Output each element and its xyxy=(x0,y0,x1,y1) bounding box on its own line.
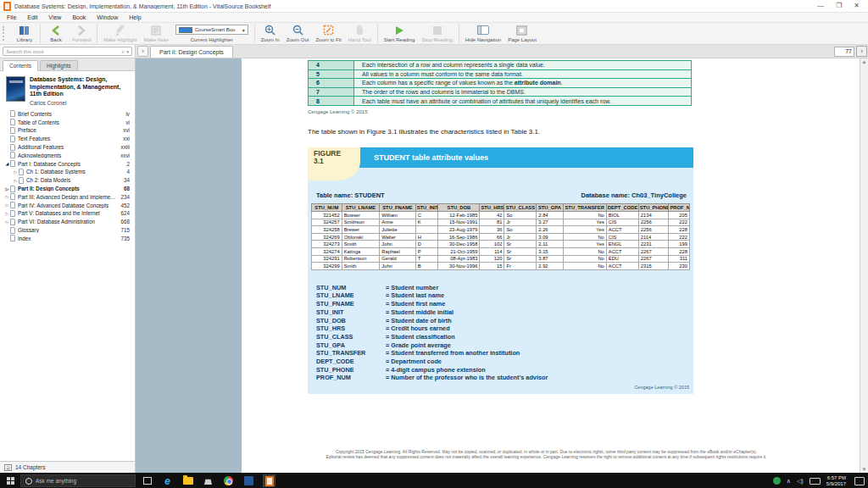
toc-item[interactable]: ▷Ch 2: Data Models34 xyxy=(3,176,132,185)
start-button[interactable] xyxy=(0,473,20,488)
make-highlight-button[interactable]: Make Highlight xyxy=(100,24,141,43)
tree-expander-icon[interactable]: ▷ xyxy=(4,219,10,225)
toc-item-page: 68 xyxy=(120,186,132,191)
student-cell: No xyxy=(563,263,606,270)
document-icon xyxy=(10,186,15,192)
tree-expander-icon[interactable]: ▷ xyxy=(13,178,19,183)
toc-item[interactable]: ▷Part III: Advanced Design and Implement… xyxy=(3,192,132,201)
menu-file[interactable]: File xyxy=(7,14,16,20)
tree-expander-icon[interactable]: ▷ xyxy=(4,202,10,208)
legend-definition: = Student date of birth xyxy=(386,317,452,325)
store-app-button[interactable] xyxy=(202,474,214,487)
speaker-icon[interactable]: ◁) xyxy=(797,478,804,485)
book-header[interactable]: Database Systems: Design, Implementation… xyxy=(3,75,132,110)
edge-app-button[interactable]: e xyxy=(161,474,174,487)
toc-item[interactable]: ▷Part II: Design Concepts68 xyxy=(3,185,132,193)
tab-part-ii-design-concepts[interactable]: Part II: Design Concepts xyxy=(150,46,233,58)
toc-item-label: Part II: Design Concepts xyxy=(18,186,120,191)
toc-item[interactable]: Acknowledgmentsxxvi xyxy=(3,151,132,159)
toc-item[interactable]: Brief Contentsiv xyxy=(3,110,132,119)
search-options-chevron-icon[interactable]: ▾ xyxy=(126,49,129,54)
page-layout-button[interactable]: Page Layout xyxy=(504,24,540,43)
legend-row: DEPT_CODE= Department code xyxy=(316,358,693,366)
student-cell: C xyxy=(415,211,438,219)
tray-green-app-icon[interactable] xyxy=(773,477,781,485)
highlighter-dropdown[interactable]: CourseSmart Boo ▾ xyxy=(175,25,248,35)
tree-expander-icon[interactable]: ▷ xyxy=(13,169,19,175)
taskbar-clock[interactable]: 6:57 PM 5/9/2017 xyxy=(826,475,846,487)
toc-item[interactable]: Additional Featuresxxiii xyxy=(3,143,132,152)
toc-item-label: Part V: Databases and the Internet xyxy=(18,210,117,216)
menu-window[interactable]: Window xyxy=(97,14,118,20)
zoom-out-button[interactable]: Zoom Out xyxy=(283,24,313,43)
start-reading-button[interactable]: Start Reading xyxy=(381,24,419,43)
tab-highlights[interactable]: Highlights xyxy=(40,60,78,70)
toc-item-label: Part IV: Advanced Database Concepts xyxy=(18,202,117,208)
panel-icon xyxy=(477,25,489,36)
toc-item-label: Ch 2: Data Models xyxy=(26,177,120,183)
student-row: 324274KatingaRaphaelP21-Oct-1959114Sr3.1… xyxy=(312,247,690,255)
toc-item-page: 735 xyxy=(117,236,132,241)
back-button[interactable]: Back xyxy=(43,24,69,43)
student-cell: No xyxy=(563,247,606,255)
toc-item[interactable]: Table of Contentsvi xyxy=(3,118,132,126)
menu-book[interactable]: Book xyxy=(72,14,86,20)
student-row: 324273SmithJohnD30-Dec-1958102Sr2.11YesE… xyxy=(312,241,690,248)
student-cell: 205 xyxy=(669,211,690,219)
minimize-button[interactable]: — xyxy=(817,2,824,10)
close-button[interactable]: ✕ xyxy=(854,2,860,10)
page-number-input[interactable] xyxy=(834,47,854,57)
grid-column-header: STU_INIT xyxy=(415,203,438,211)
legend-term: STU_LNAME xyxy=(316,291,386,300)
tray-expand-chevron-icon[interactable]: ∧ xyxy=(787,478,791,485)
maximize-button[interactable]: ❐ xyxy=(836,2,842,10)
taskbar-search[interactable]: Ask me anything xyxy=(20,474,136,487)
task-view-button[interactable] xyxy=(141,474,153,487)
notification-center-icon[interactable] xyxy=(854,477,865,485)
grid-column-header: STU_LNAME xyxy=(342,203,380,211)
toc-item[interactable]: ▷Part V: Databases and the Internet624 xyxy=(3,209,132,218)
legend-term: STU_INIT xyxy=(316,308,386,317)
next-page-button[interactable]: › xyxy=(856,46,867,57)
search-input[interactable]: Search this book ⌕ ▾ xyxy=(3,47,132,56)
zoom-in-icon xyxy=(264,25,275,36)
toc-item[interactable]: ▷Part IV: Advanced Database Concepts452 xyxy=(3,201,132,209)
keyboard-icon[interactable] xyxy=(810,478,821,485)
zoom-to-fit-button[interactable]: Zoom to Fit xyxy=(312,24,344,43)
toc-item[interactable]: ▷Ch 1: Database Systems4 xyxy=(3,168,132,176)
toc-item[interactable]: ◢Part I: Database Concepts2 xyxy=(3,159,132,168)
play-icon xyxy=(395,25,404,36)
vertical-scrollbar[interactable]: ▲ ▼ xyxy=(860,58,868,473)
menu-edit[interactable]: Edit xyxy=(27,14,37,20)
student-cell: No xyxy=(563,233,606,241)
file-explorer-button[interactable] xyxy=(181,474,194,487)
tree-expander-icon[interactable]: ▷ xyxy=(4,186,10,191)
hide-navigation-button[interactable]: Hide Navigation xyxy=(462,24,504,43)
toc-item-label: Part III: Advanced Design and Implementa… xyxy=(18,194,117,200)
blue-app-button[interactable] xyxy=(242,474,255,487)
tree-expander-icon[interactable]: ▷ xyxy=(4,194,10,199)
tree-expander-icon[interactable]: ▷ xyxy=(4,211,10,216)
stop-reading-button[interactable]: Stop Reading xyxy=(418,24,455,43)
toc-item[interactable]: Glossary715 xyxy=(3,226,132,235)
hand-tool-button[interactable]: Hand Tool xyxy=(345,24,375,43)
toc-item[interactable]: ▷Part VI: Database Administration668 xyxy=(3,218,132,226)
tree-expander-icon[interactable]: ◢ xyxy=(4,161,10,166)
toc-item[interactable]: Text Featuresxxi xyxy=(3,135,132,143)
menu-view[interactable]: View xyxy=(48,14,61,20)
student-cell: Sr xyxy=(504,255,537,263)
scroll-up-icon[interactable]: ▲ xyxy=(862,59,867,64)
forward-button[interactable]: Forward xyxy=(69,24,94,43)
make-note-button[interactable]: Make Note xyxy=(141,24,172,43)
zoom-in-button[interactable]: Zoom In xyxy=(258,24,283,43)
tab-back-button[interactable]: ‹ xyxy=(137,46,148,57)
library-button[interactable]: Library xyxy=(12,24,37,43)
tab-contents[interactable]: Contents xyxy=(3,60,38,71)
legend-row: STU_HRS= Credit hours earned xyxy=(316,324,693,333)
bookshelf-app-button[interactable] xyxy=(263,474,275,487)
scroll-down-icon[interactable]: ▼ xyxy=(862,467,867,472)
toc-item[interactable]: Prefacexvi xyxy=(3,126,132,135)
toc-item[interactable]: Index735 xyxy=(3,234,132,242)
menu-help[interactable]: Help xyxy=(129,14,141,20)
chrome-app-button[interactable] xyxy=(222,474,235,487)
